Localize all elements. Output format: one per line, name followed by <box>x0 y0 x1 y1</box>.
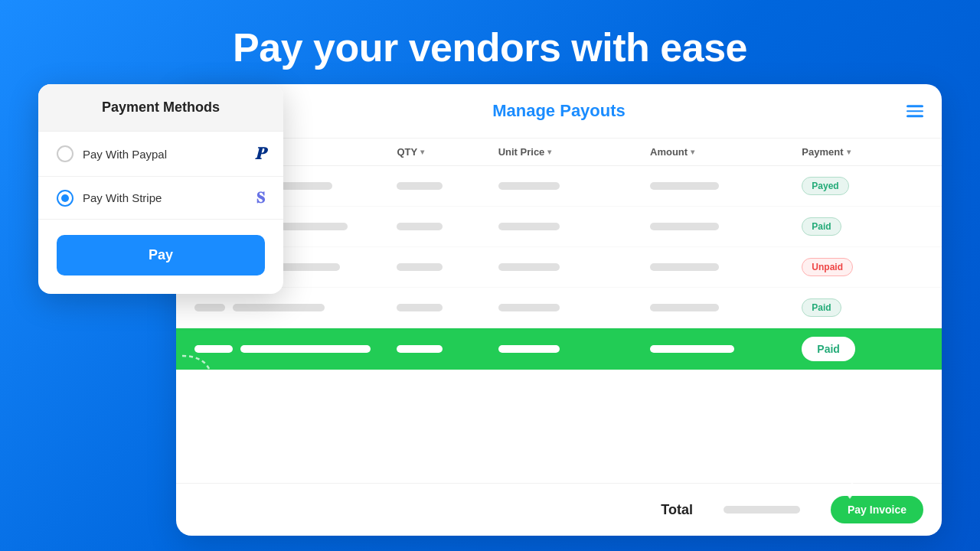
table-row[interactable]: Paid <box>176 207 942 247</box>
status-badge-payed: Payed <box>802 177 848 195</box>
main-title: Pay your vendors with ease <box>0 0 980 70</box>
table-row[interactable]: Unpaid <box>176 247 942 288</box>
col-qty-arrow: ▾ <box>420 148 424 156</box>
total-label: Total <box>661 502 693 518</box>
col-unit-price: Unit Price ▾ <box>498 146 650 158</box>
menu-line-2 <box>906 110 923 112</box>
paypal-option-left: Pay With Paypal <box>57 145 167 162</box>
svg-marker-1 <box>845 493 854 499</box>
table-row[interactable]: Paid <box>176 288 942 328</box>
footer-row: Total Pay Invoice <box>176 483 942 536</box>
paypal-label: Pay With Paypal <box>83 148 167 161</box>
menu-line-3 <box>906 115 923 117</box>
status-badge-paid-2: Paid <box>802 298 841 317</box>
panel-title: Manage Payouts <box>492 101 626 121</box>
table-header: Description ▾ QTY ▾ Unit Price ▾ Amount … <box>176 139 942 166</box>
stripe-icon: 𝐒 <box>256 189 265 207</box>
content-area: Payment Methods Pay With Paypal 𝐏 Pay Wi… <box>38 77 942 536</box>
menu-line-1 <box>906 105 923 107</box>
status-badge-unpaid: Unpaid <box>802 258 853 276</box>
col-payment: Payment ▾ <box>802 146 923 158</box>
table-row[interactable]: Payed <box>176 166 942 207</box>
payment-methods-card: Payment Methods Pay With Paypal 𝐏 Pay Wi… <box>38 84 283 294</box>
payment-methods-title: Payment Methods <box>102 99 220 115</box>
col-unit-price-arrow: ▾ <box>547 148 551 156</box>
total-amount-skeleton <box>724 506 800 514</box>
manage-payouts-panel: Manage Payouts Description ▾ QTY ▾ Unit … <box>176 84 942 536</box>
col-amount-arrow: ▾ <box>691 148 694 156</box>
paypal-radio[interactable] <box>57 145 74 162</box>
stripe-label: Pay With Stripe <box>83 191 162 204</box>
col-payment-arrow: ▾ <box>847 148 851 156</box>
svg-marker-0 <box>208 386 217 393</box>
paypal-icon: 𝐏 <box>255 144 265 164</box>
paypal-option[interactable]: Pay With Paypal 𝐏 <box>38 132 283 177</box>
col-amount: Amount ▾ <box>650 146 802 158</box>
status-badge-paid-highlighted: Paid <box>802 337 855 361</box>
table-body: Payed Paid <box>176 166 942 483</box>
stripe-option-left: Pay With Stripe <box>57 190 162 207</box>
dashed-arrow-top <box>175 348 220 394</box>
stripe-option[interactable]: Pay With Stripe 𝐒 <box>38 177 283 220</box>
panel-header: Manage Payouts <box>176 84 942 139</box>
status-badge-paid: Paid <box>802 217 841 236</box>
highlighted-table-row[interactable]: Paid <box>176 328 942 370</box>
payment-card-header: Payment Methods <box>38 84 283 132</box>
pay-button[interactable]: Pay <box>57 235 265 276</box>
dashed-arrow-bottom <box>835 459 888 505</box>
stripe-radio[interactable] <box>57 190 74 207</box>
stripe-radio-inner <box>61 194 69 202</box>
menu-icon[interactable] <box>906 105 923 117</box>
col-qty: QTY ▾ <box>397 146 498 158</box>
